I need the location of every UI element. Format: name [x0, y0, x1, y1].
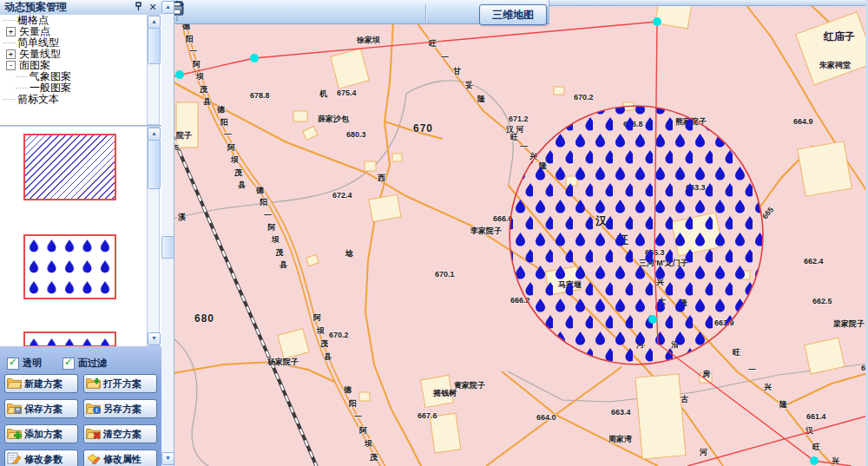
tree-item[interactable]: -面图案 — [0, 60, 161, 71]
plan-button-label: 修改参数 — [24, 453, 62, 466]
scroll-down-icon[interactable]: ▼ — [161, 452, 174, 465]
add-plan-icon — [7, 427, 22, 441]
svg-text:i: i — [96, 407, 98, 413]
window-top-strip — [538, 0, 868, 6]
scroll-up-icon[interactable]: ▲ — [148, 16, 161, 29]
tree-connector — [3, 20, 16, 22]
drops-pattern-swatch-partial[interactable] — [23, 331, 116, 346]
clear-plan-icon — [86, 427, 101, 441]
plan-button[interactable]: 添加方案 — [4, 424, 78, 443]
plan-button-label: 修改属性 — [103, 453, 141, 466]
tree-item[interactable]: 气象图案 — [0, 71, 161, 82]
filter-checkboxes: 透明面过滤 — [7, 357, 107, 370]
info-icon[interactable]: i — [429, 3, 450, 22]
map-canvas[interactable]: 院子5678.8机675.4徐家坝薛家沙包680.3670671.2汉 河670… — [174, 0, 868, 466]
layer-tree: 栅格点+矢量点简单线型+矢量线型-面图案气象图案一般图案箭标文本 — [0, 15, 161, 125]
main-road-double — [184, 23, 385, 466]
tree-connector — [3, 43, 16, 44]
plan-button-label: 保存方案 — [24, 403, 62, 416]
checkbox-label: 透明 — [23, 357, 42, 370]
plan-button-label: 另存方案 — [103, 403, 141, 416]
tree-connector — [16, 76, 28, 78]
zoom-in-icon[interactable] — [271, 3, 293, 22]
plan-button-label: 新建方案 — [24, 377, 62, 391]
panel-title: 动态预案管理 — [0, 0, 132, 15]
scroll-down-icon[interactable]: ▼ — [148, 332, 161, 345]
tree-connector — [3, 99, 16, 101]
base-map-layer — [174, 0, 868, 466]
swap-icon[interactable] — [401, 3, 423, 22]
edit-params-icon — [7, 452, 22, 466]
drops-pattern-swatch[interactable] — [23, 234, 116, 299]
full-extent-icon[interactable] — [314, 3, 336, 22]
preview-scrollbar[interactable]: ▲ ▼ — [147, 127, 160, 346]
zoom-previous-icon[interactable] — [358, 3, 379, 22]
checkbox[interactable] — [62, 358, 75, 370]
plan-management-panel: 动态预案管理 ✕ 栅格点+矢量点简单线型+矢量线型-面图案气象图案一般图案箭标文… — [0, 0, 161, 466]
orange-roads — [174, 0, 868, 466]
zoom-out-icon[interactable] — [293, 3, 314, 22]
plan-button-label: 添加方案 — [24, 428, 62, 441]
map-3d-button[interactable]: 三维地图 — [479, 4, 547, 25]
tree-scrollbar[interactable]: ▲ — [147, 15, 160, 125]
plan-button-label: 打开方案 — [103, 377, 141, 391]
tree-connector — [16, 88, 28, 89]
plan-buttons-panel: 透明面过滤 新建方案打开方案保存方案i另存方案添加方案清空方案修改参数修改属性 — [0, 346, 161, 466]
railway — [174, 128, 319, 466]
save-plan-icon — [7, 402, 22, 416]
pan-icon[interactable] — [336, 3, 358, 22]
scrollbar-thumb[interactable] — [148, 28, 161, 64]
plan-button[interactable]: 打开方案 — [83, 374, 157, 393]
plan-button[interactable]: 修改参数 — [4, 450, 78, 466]
close-icon[interactable]: ✕ — [147, 2, 159, 13]
scrollbar-thumb[interactable] — [148, 140, 161, 189]
filter-checkbox-item: 透明 — [7, 357, 42, 370]
pattern-preview-list — [0, 127, 161, 346]
tree-item[interactable]: 箭标文本 — [0, 94, 161, 105]
panel-title-bar: 动态预案管理 ✕ — [0, 0, 161, 16]
buildings — [176, 0, 868, 459]
plan-button[interactable]: i另存方案 — [83, 399, 157, 418]
plan-button[interactable]: 清空方案 — [83, 424, 157, 443]
checkbox[interactable] — [7, 358, 19, 370]
scrollbar-thumb[interactable] — [161, 236, 174, 259]
edit-props-icon — [86, 452, 101, 466]
hatch-pattern-swatch[interactable] — [23, 134, 116, 200]
tree-item-label: 箭标文本 — [17, 94, 59, 105]
pin-icon[interactable] — [132, 2, 144, 13]
plan-button[interactable]: 新建方案 — [4, 374, 78, 393]
new-plan-icon — [7, 377, 22, 391]
measure-polygon-icon[interactable] — [228, 3, 250, 22]
gis-application-window: { "panel": { "title": "动态预案管理", "pin_ico… — [0, 0, 868, 466]
measure-distance-icon[interactable] — [185, 3, 207, 22]
checkbox-label: 面过滤 — [78, 357, 107, 370]
measure-area-icon[interactable] — [207, 3, 228, 22]
saveas-plan-icon: i — [86, 402, 101, 416]
pause-icon[interactable] — [379, 3, 401, 22]
grid-icon[interactable] — [250, 3, 272, 22]
plan-button[interactable]: 保存方案 — [4, 399, 78, 418]
plan-button-grid: 新建方案打开方案保存方案i另存方案添加方案清空方案修改参数修改属性 — [4, 374, 157, 466]
open-plan-icon — [86, 377, 101, 391]
export-icon[interactable] — [450, 3, 472, 22]
toolbar-separator — [425, 4, 426, 20]
scroll-up-icon[interactable]: ▲ — [161, 1, 174, 14]
plan-button-label: 清空方案 — [103, 428, 141, 441]
scroll-up-icon[interactable]: ▲ — [148, 128, 161, 141]
panel-outer-scrollbar[interactable]: ▲ ▼ — [161, 0, 174, 466]
filter-checkbox-item: 面过滤 — [62, 357, 107, 370]
plan-button[interactable]: 修改属性 — [83, 450, 157, 466]
collapse-icon[interactable]: - — [6, 61, 16, 70]
expand-icon[interactable]: + — [6, 49, 16, 59]
expand-icon[interactable]: + — [6, 27, 16, 36]
